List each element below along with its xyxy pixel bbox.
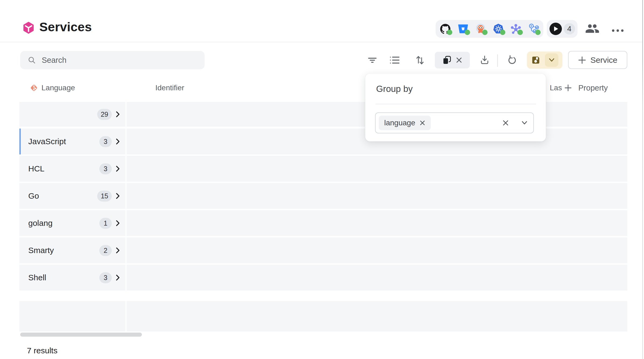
horizontal-scrollbar-thumb[interactable] <box>20 333 142 337</box>
row-language-label: Smarty <box>28 246 96 255</box>
more-options-icon[interactable] <box>609 27 626 33</box>
group-by-icon <box>442 55 452 65</box>
add-service-label: Service <box>590 56 617 65</box>
row-language-label: Go <box>28 191 93 201</box>
row-detail-area <box>127 265 627 291</box>
chevron-right-icon[interactable] <box>116 165 120 172</box>
group-by-chip-language[interactable]: language <box>379 116 431 130</box>
table-footer-left <box>19 301 125 332</box>
sort-vertical-icon[interactable] <box>414 54 426 66</box>
select-clear-icon[interactable] <box>502 119 509 126</box>
row-count-badge: 29 <box>97 109 112 120</box>
chevron-right-icon[interactable] <box>116 192 120 199</box>
column-header-last-truncated[interactable]: Las <box>550 83 564 93</box>
git-icon <box>30 84 38 92</box>
github-icon[interactable] <box>440 23 451 34</box>
table-row[interactable]: Smarty 2 <box>19 237 627 263</box>
row-detail-area <box>127 237 627 263</box>
chevron-right-icon[interactable] <box>116 220 120 227</box>
row-count-badge: 3 <box>99 272 112 283</box>
search-bar[interactable] <box>20 51 205 69</box>
row-count-badge: 2 <box>99 245 112 256</box>
clear-group-by-icon[interactable] <box>456 57 462 63</box>
group-row-cell[interactable]: golang 1 <box>19 210 125 236</box>
group-by-select[interactable]: language <box>375 112 534 133</box>
undo-icon[interactable] <box>506 54 518 66</box>
row-detail-area <box>127 210 627 236</box>
chevron-right-icon[interactable] <box>116 138 120 145</box>
chevron-right-icon[interactable] <box>116 274 120 281</box>
search-input[interactable] <box>41 56 188 65</box>
results-count: 7 results <box>27 346 57 355</box>
chevron-right-icon[interactable] <box>116 247 120 254</box>
add-property-label: Property <box>578 84 608 92</box>
save-options-button[interactable] <box>545 53 558 67</box>
app-logo-cube-icon <box>23 22 34 34</box>
row-language-label: JavaScript <box>28 137 96 146</box>
table-row[interactable]: Shell 3 <box>19 265 627 291</box>
cluster-hub-status-dot <box>517 30 523 35</box>
github-status-dot <box>447 30 452 35</box>
add-property-button[interactable]: Property <box>564 82 608 94</box>
row-count-badge: 1 <box>99 218 112 229</box>
play-icon[interactable] <box>550 23 562 35</box>
list-view-icon[interactable] <box>389 54 401 66</box>
cluster-hub-icon[interactable] <box>510 23 521 34</box>
table-row[interactable]: Go 15 <box>19 183 627 209</box>
row-detail-area <box>127 183 627 209</box>
table-row[interactable]: golang 1 <box>19 210 627 236</box>
bitbucket-status-dot <box>465 30 470 35</box>
save-icon <box>531 56 540 65</box>
row-count-badge: 3 <box>99 163 112 174</box>
argocd-status-dot <box>482 30 488 35</box>
save-view-split-button <box>527 51 562 69</box>
save-view-button[interactable] <box>527 51 545 69</box>
search-icon <box>28 56 36 64</box>
toolbar-divider <box>497 54 498 67</box>
runs-count-badge: 4 <box>564 23 575 34</box>
window-edge-scrollbar[interactable] <box>642 0 643 359</box>
group-row-cell[interactable]: 29 <box>19 102 125 127</box>
add-service-button[interactable]: Service <box>568 51 627 69</box>
row-count-badge: 3 <box>99 136 112 147</box>
group-by-chip-label: language <box>384 119 415 127</box>
group-by-panel-divider <box>376 104 536 104</box>
plus-icon <box>578 56 586 64</box>
group-row-cell[interactable]: HCL 3 <box>19 156 125 182</box>
workflow-icon[interactable] <box>528 23 539 34</box>
plus-icon <box>564 84 572 92</box>
users-icon[interactable] <box>585 22 600 36</box>
chevron-right-icon[interactable] <box>116 111 120 118</box>
row-language-label: golang <box>28 219 96 228</box>
row-language-label: Shell <box>28 273 96 282</box>
row-language-label: HCL <box>28 164 96 173</box>
group-by-panel: Group by language <box>365 73 546 141</box>
download-icon[interactable] <box>479 54 491 66</box>
group-row-cell[interactable]: Smarty 2 <box>19 237 125 263</box>
select-chevron-down-icon[interactable] <box>521 120 528 125</box>
group-row-cell[interactable]: JavaScript 3 <box>19 129 125 154</box>
table-row[interactable]: HCL 3 <box>19 156 627 182</box>
filter-icon[interactable] <box>366 54 378 66</box>
group-row-cell[interactable]: Go 15 <box>19 183 125 209</box>
column-header-language[interactable]: Language <box>30 83 75 93</box>
column-header-identifier[interactable]: Identifier <box>155 83 184 93</box>
row-detail-area <box>127 156 627 182</box>
page-title: Services <box>39 19 92 34</box>
services-page: Services <box>0 0 644 359</box>
argocd-icon[interactable] <box>475 23 486 34</box>
workflow-status-dot <box>535 30 541 35</box>
integrations-status-bar <box>436 20 543 38</box>
group-row-cell[interactable]: Shell 3 <box>19 265 125 291</box>
column-header-language-label: Language <box>41 84 75 92</box>
kubernetes-status-dot <box>500 30 505 35</box>
table-footer-right <box>127 301 627 332</box>
chip-remove-icon[interactable] <box>419 120 425 126</box>
runs-indicator[interactable]: 4 <box>547 20 578 38</box>
bitbucket-icon[interactable] <box>458 23 468 34</box>
group-by-panel-title: Group by <box>376 84 413 94</box>
kubernetes-icon[interactable] <box>493 23 504 34</box>
header-divider <box>0 42 642 42</box>
row-count-badge: 15 <box>97 191 112 202</box>
group-by-button[interactable] <box>435 52 470 68</box>
